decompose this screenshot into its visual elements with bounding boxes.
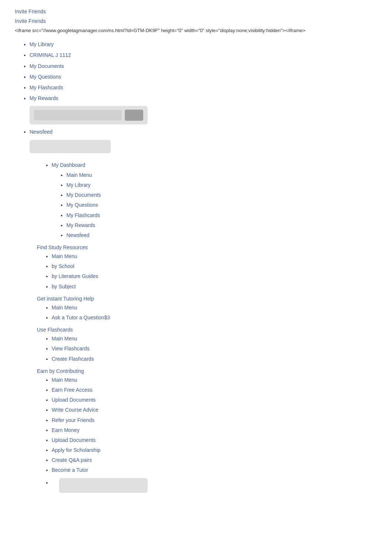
flash-main-menu[interactable]: Main Menu: [52, 334, 377, 343]
nav-link-my-flashcards[interactable]: My Flashcards: [30, 85, 63, 90]
find-link-by-subject[interactable]: by Subject: [52, 284, 76, 289]
sub-main-menu-1[interactable]: Main Menu: [66, 171, 377, 180]
earn-link-money[interactable]: Earn Money: [52, 427, 79, 433]
my-dashboard-list: My Dashboard Main Menu My Library My Doc…: [37, 161, 377, 240]
earn-header[interactable]: Earn by Contributing: [37, 368, 377, 374]
flash-view[interactable]: View Flashcards: [52, 344, 377, 353]
earn-link-become-tutor[interactable]: Become a Tutor: [52, 467, 88, 473]
my-dashboard-sub-list: Main Menu My Library My Documents My Que…: [52, 171, 377, 240]
tutoring-sub-list: Main Menu Ask a Tutor a Question$3: [37, 303, 377, 322]
find-main-menu[interactable]: Main Menu: [52, 252, 377, 261]
earn-link-create-qa[interactable]: Create Q&A pairs: [52, 457, 92, 463]
nav-item-newsfeed[interactable]: Newsfeed: [30, 127, 377, 137]
earn-upload-docs-2[interactable]: Upload Documents: [52, 436, 377, 445]
flash-link-view[interactable]: View Flashcards: [52, 346, 89, 351]
top-nav-list: My Library CRIMINAL J 1112 My Documents …: [15, 40, 377, 103]
find-by-lit-guides[interactable]: by Literature Guides: [52, 272, 377, 281]
invite-friends-2[interactable]: Invite Friends: [15, 17, 377, 25]
flash-link-create[interactable]: Create Flashcards: [52, 356, 94, 362]
nav-item-my-library[interactable]: My Library: [30, 40, 377, 49]
nav-link-my-library[interactable]: My Library: [30, 41, 54, 47]
iframe-code-text: <iframe src="//www.googletagmanager.com/…: [15, 27, 377, 34]
invite-friends-1[interactable]: Invite Friends: [15, 7, 377, 16]
earn-link-upload-docs-1[interactable]: Upload Documents: [52, 397, 96, 403]
find-link-by-lit-guides[interactable]: by Literature Guides: [52, 273, 98, 279]
earn-write-advice[interactable]: Write Course Advice: [52, 405, 377, 415]
earn-link-apply-scholarship[interactable]: Apply for Scholarship: [52, 447, 100, 453]
blurred-bottom-block: [59, 478, 148, 493]
nav-item-my-documents[interactable]: My Documents: [30, 62, 377, 71]
sub-my-documents[interactable]: My Documents: [66, 191, 377, 200]
flashcards-header[interactable]: Use Flashcards: [37, 327, 377, 333]
my-dashboard-item[interactable]: My Dashboard Main Menu My Library My Doc…: [52, 161, 377, 240]
earn-apply-scholarship[interactable]: Apply for Scholarship: [52, 446, 377, 455]
nav-link-criminal-j[interactable]: CRIMINAL J 1112: [30, 52, 71, 58]
nav-link-my-questions[interactable]: My Questions: [30, 74, 61, 80]
tutor-link-main-menu[interactable]: Main Menu: [52, 305, 77, 310]
tutor-main-menu[interactable]: Main Menu: [52, 303, 377, 312]
find-by-school[interactable]: by School: [52, 262, 377, 271]
invite-friends-link-1[interactable]: Invite Friends: [15, 8, 46, 14]
find-link-by-school[interactable]: by School: [52, 263, 74, 269]
earn-link-upload-docs-2[interactable]: Upload Documents: [52, 437, 96, 443]
bottom-blurred-list: [37, 478, 377, 493]
blurred-short-block: [30, 140, 111, 153]
sub-link-my-flashcards[interactable]: My Flashcards: [66, 212, 100, 218]
nav-item-my-rewards[interactable]: My Rewards: [30, 94, 377, 103]
sub-my-rewards[interactable]: My Rewards: [66, 221, 377, 230]
tutoring-header[interactable]: Get instant Tutoring Help: [37, 296, 377, 302]
tutor-link-ask-question[interactable]: Ask a Tutor a Question$3: [52, 315, 110, 320]
sub-link-my-documents[interactable]: My Documents: [66, 192, 101, 198]
nav-link-my-documents[interactable]: My Documents: [30, 63, 64, 69]
search-input-blurred: [34, 110, 122, 120]
earn-become-tutor[interactable]: Become a Tutor: [52, 466, 377, 475]
nav-link-my-rewards[interactable]: My Rewards: [30, 95, 58, 101]
find-by-subject[interactable]: by Subject: [52, 282, 377, 291]
earn-sub-list: Main Menu Earn Free Access Upload Docume…: [37, 375, 377, 475]
search-button-blurred: [125, 110, 143, 121]
earn-link-main-menu[interactable]: Main Menu: [52, 377, 77, 383]
earn-free-access[interactable]: Earn Free Access: [52, 385, 377, 395]
earn-main-menu[interactable]: Main Menu: [52, 375, 377, 385]
earn-create-qa[interactable]: Create Q&A pairs: [52, 456, 377, 465]
earn-link-free-access[interactable]: Earn Free Access: [52, 387, 93, 393]
tutor-ask-question[interactable]: Ask a Tutor a Question$3: [52, 313, 377, 322]
nav-link-newsfeed[interactable]: Newsfeed: [30, 129, 52, 135]
flashcards-sub-list: Main Menu View Flashcards Create Flashca…: [37, 334, 377, 364]
sub-my-library[interactable]: My Library: [66, 181, 377, 190]
nav-item-criminal-j[interactable]: CRIMINAL J 1112: [30, 51, 377, 60]
sub-link-my-rewards[interactable]: My Rewards: [66, 222, 95, 228]
sub-newsfeed[interactable]: Newsfeed: [66, 231, 377, 240]
earn-upload-docs-1[interactable]: Upload Documents: [52, 395, 377, 405]
nav-item-my-flashcards[interactable]: My Flashcards: [30, 83, 377, 92]
find-study-sub-list: Main Menu by School by Literature Guides…: [37, 252, 377, 291]
sub-link-newsfeed[interactable]: Newsfeed: [66, 232, 89, 238]
sub-link-my-library[interactable]: My Library: [66, 182, 90, 188]
find-link-main-menu[interactable]: Main Menu: [52, 253, 77, 259]
my-dashboard-link[interactable]: My Dashboard: [52, 162, 85, 168]
find-study-header[interactable]: Find Study Resources: [37, 244, 377, 250]
bottom-blurred-item: [52, 478, 377, 493]
earn-refer-friends[interactable]: Refer your Friends: [52, 416, 377, 425]
sub-link-my-questions[interactable]: My Questions: [66, 202, 98, 208]
sub-link-main-menu-1[interactable]: Main Menu: [66, 172, 92, 178]
sub-my-questions[interactable]: My Questions: [66, 200, 377, 210]
search-block: [30, 106, 148, 124]
sub-my-flashcards[interactable]: My Flashcards: [66, 211, 377, 220]
flash-link-main-menu[interactable]: Main Menu: [52, 336, 77, 342]
earn-link-refer-friends[interactable]: Refer your Friends: [52, 417, 94, 423]
nav-item-my-questions[interactable]: My Questions: [30, 72, 377, 82]
flash-create[interactable]: Create Flashcards: [52, 354, 377, 364]
main-navigation-section: My Dashboard Main Menu My Library My Doc…: [37, 161, 377, 493]
invite-friends-link-2[interactable]: Invite Friends: [15, 18, 46, 24]
newsfeed-list: Newsfeed: [15, 127, 377, 137]
earn-money[interactable]: Earn Money: [52, 426, 377, 435]
earn-link-write-advice[interactable]: Write Course Advice: [52, 407, 99, 413]
